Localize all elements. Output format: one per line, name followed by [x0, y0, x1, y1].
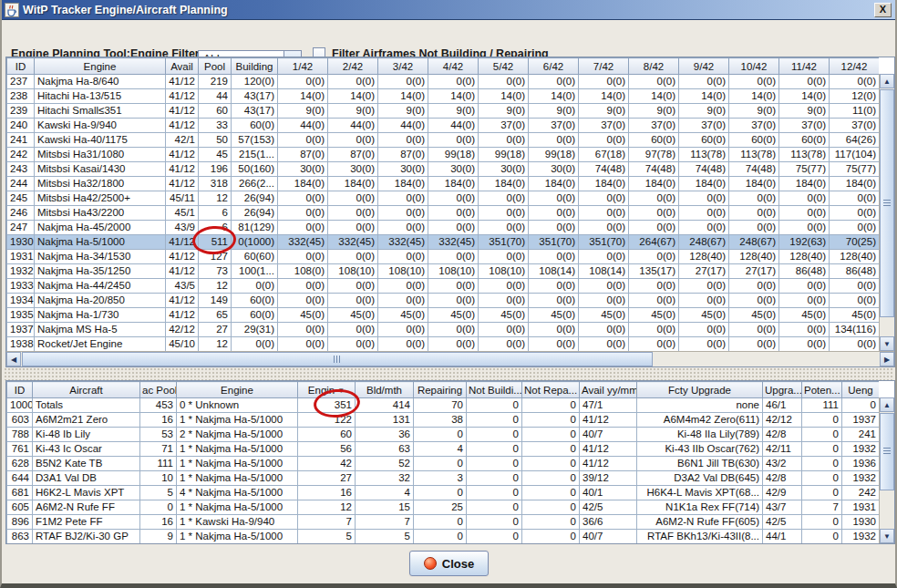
cell: 0	[802, 442, 842, 457]
cell: 45(0)	[629, 308, 679, 323]
engine-hscroll-thumb[interactable]	[22, 352, 653, 366]
column-header-engin[interactable]: Engin▼	[298, 382, 356, 398]
column-header-7-42[interactable]: 7/42	[579, 58, 629, 75]
cell: 0(0)	[579, 75, 629, 89]
table-row-605[interactable]: 605A6M2-N Rufe FF01 * Nakjma Ha-5/100012…	[7, 500, 880, 515]
column-header-9-42[interactable]: 9/42	[679, 58, 729, 75]
cell: D3A2 Val DB(645)	[637, 471, 763, 486]
cell: 0	[522, 442, 580, 457]
column-header-8-42[interactable]: 8/42	[629, 58, 679, 75]
column-header-id[interactable]: ID	[7, 382, 33, 398]
column-header-3-42[interactable]: 3/42	[378, 58, 428, 75]
cell: Totals	[33, 398, 140, 413]
cell: 239	[7, 104, 35, 119]
table-row-1933[interactable]: 1933Nakjma Ha-44/245043/5120(0)0(0)0(0)0…	[7, 279, 880, 294]
cell: 45(0)	[579, 308, 629, 323]
table-row-1937[interactable]: 1937Nakjma MS Ha-542/122729(31)0(0)0(0)0…	[7, 323, 880, 337]
cell: A6M2-N Rufe FF(605)	[637, 515, 763, 530]
scroll-left-icon[interactable]: ◀	[6, 352, 21, 366]
table-row-1000[interactable]: 1000Totals4530 * Unknown351414700047/1no…	[7, 398, 880, 413]
cell: 14(0)	[428, 89, 479, 104]
table-row-243[interactable]: 243Mitsbsi Kasai/143041/1219650(160)30(0…	[7, 162, 880, 177]
column-header-engine[interactable]: Engine	[177, 382, 298, 398]
column-header-2-42[interactable]: 2/42	[328, 58, 378, 75]
cell: 184(0)	[629, 177, 679, 191]
column-header-pool[interactable]: Pool	[199, 58, 232, 75]
cell: 27	[199, 323, 232, 337]
table-row-245[interactable]: 245Mitsbsi Ha42/2500+45/111226(94)0(0)0(…	[7, 191, 880, 206]
table-row-628[interactable]: 628B5N2 Kate TB1111 * Nakjma Ha-5/100042…	[7, 457, 880, 471]
table-row-761[interactable]: 761Ki-43 Ic Oscar711 * Nakjma Ha-5/10005…	[7, 442, 880, 457]
column-header-upgra[interactable]: Upgra...	[763, 382, 802, 398]
cell: 0(0)	[378, 250, 428, 264]
column-header-not-buildi[interactable]: Not Buildi...	[467, 382, 522, 398]
column-header-id[interactable]: ID	[7, 58, 35, 75]
scroll-up-icon[interactable]: ▲	[880, 74, 894, 88]
table-row-788[interactable]: 788Ki-48 Ib Lily532 * Nakjma Ha-5/100060…	[7, 428, 880, 442]
table-row-1931[interactable]: 1931Nakjma Ha-34/153041/1212760(60)0(0)0…	[7, 250, 880, 264]
table-row-1934[interactable]: 1934Nakjma Ha-20/85041/1214960(0)0(0)0(0…	[7, 294, 880, 308]
cell: 0(0)	[629, 294, 679, 308]
window-close-button[interactable]: X	[874, 3, 892, 17]
table-row-237[interactable]: 237Nakjma Ha-8/64041/12219120(0)0(0)0(0)…	[7, 75, 880, 89]
column-header-engine[interactable]: Engine	[35, 58, 166, 75]
column-header-repairing[interactable]: Repairing	[414, 382, 467, 398]
column-header-building[interactable]: Building	[232, 58, 278, 75]
cell: 0	[802, 486, 842, 500]
column-header-4-42[interactable]: 4/42	[428, 58, 479, 75]
table-row-242[interactable]: 242Mitsbsi Ha31/108041/1245215(1...87(0)…	[7, 148, 880, 162]
column-header-6-42[interactable]: 6/42	[529, 58, 579, 75]
table-row-246[interactable]: 246Mitsbsi Ha43/220045/1626(94)0(0)0(0)0…	[7, 206, 880, 221]
table-row-863[interactable]: 863RTAF BJ2/Ki-30 GP91 * Nakjma Ha-5/100…	[7, 530, 880, 544]
cell: 45(0)	[830, 308, 880, 323]
column-header-1-42[interactable]: 1/42	[278, 58, 328, 75]
table-row-244[interactable]: 244Mitsbsi Ha32/180041/12318266(2...184(…	[7, 177, 880, 191]
split-divider[interactable]	[4, 367, 893, 380]
column-header-avail[interactable]: Avail	[166, 58, 199, 75]
table-row-238[interactable]: 238Hitachi Ha-13/51541/124443(17)14(0)14…	[7, 89, 880, 104]
column-header-10-42[interactable]: 10/42	[729, 58, 779, 75]
table-row-896[interactable]: 896F1M2 Pete FF161 * Kawski Ha-9/9407700…	[7, 515, 880, 530]
cell: 108(14)	[579, 264, 629, 279]
aircraft-vscroll-thumb[interactable]	[880, 413, 894, 490]
cell: 351(70)	[579, 235, 629, 250]
column-header-not-repa[interactable]: Not Repa...	[522, 382, 580, 398]
scroll-down-icon[interactable]: ▼	[880, 529, 894, 543]
aircraft-table-vertical-scrollbar[interactable]: ▲ ▼	[879, 397, 894, 543]
table-row-1930[interactable]: 1930Nakjma Ha-5/100041/125110(1000)332(4…	[7, 235, 880, 250]
table-row-644[interactable]: 644D3A1 Val DB101 * Nakjma Ha-5/10002732…	[7, 471, 880, 486]
table-row-241[interactable]: 241Kawski Ha-40/117542/15057(153)0(0)0(0…	[7, 133, 880, 148]
cell: 12	[199, 337, 232, 352]
column-header-5-42[interactable]: 5/42	[479, 58, 529, 75]
table-row-603[interactable]: 603A6M2m21 Zero161 * Nakjma Ha-5/1000122…	[7, 413, 880, 428]
table-row-681[interactable]: 681H6K2-L Mavis XPT54 * Nakjma Ha-5/1000…	[7, 486, 880, 500]
engine-vscroll-thumb[interactable]	[880, 89, 894, 317]
column-header-fcty-upgrade[interactable]: Fcty Upgrade	[637, 382, 763, 398]
column-header-12-42[interactable]: 12/42	[830, 58, 880, 75]
engine-table-horizontal-scrollbar[interactable]: ◀ ▶	[6, 351, 894, 366]
engine-table-vertical-scrollbar[interactable]: ▲ ▼	[879, 74, 894, 351]
column-header-bld-mth[interactable]: Bld/mth	[356, 382, 414, 398]
column-header-poten[interactable]: Poten...	[802, 382, 842, 398]
close-button[interactable]: Close	[409, 551, 489, 576]
cell: 44	[199, 89, 232, 104]
cell: 605	[7, 500, 33, 515]
table-row-1932[interactable]: 1932Nakjma Ha-35/125041/1273100(1...108(…	[7, 264, 880, 279]
column-header-aircraft[interactable]: Aircraft	[33, 382, 140, 398]
table-row-1935[interactable]: 1935Nakjma Ha-1/73041/126560(0)45(0)45(0…	[7, 308, 880, 323]
cell: 52	[356, 457, 414, 471]
cell: Ki-43 IIb Oscar(762)	[637, 442, 763, 457]
scroll-down-icon[interactable]: ▼	[880, 336, 894, 351]
table-row-1938[interactable]: 1938Rocket/Jet Engine45/10120(0)0(0)0(0)…	[7, 337, 880, 352]
column-header-ueng[interactable]: Ueng	[842, 382, 880, 398]
column-header-11-42[interactable]: 11/42	[779, 58, 830, 75]
table-row-239[interactable]: 239Hitachi Small≤35141/126043(17)9(0)9(0…	[7, 104, 880, 119]
table-row-240[interactable]: 240Kawski Ha-9/94041/123360(0)44(0)44(0)…	[7, 119, 880, 133]
cell: 44(0)	[428, 119, 479, 133]
column-header-avail-yy-mm[interactable]: Avail yy/mm	[580, 382, 637, 398]
column-header-ac-pool[interactable]: ac Pool	[140, 382, 177, 398]
cell: 5	[140, 486, 177, 500]
scroll-right-icon[interactable]: ▶	[880, 352, 894, 366]
table-row-247[interactable]: 247Nakjma Ha-45/200043/9681(129)0(0)0(0)…	[7, 221, 880, 235]
scroll-up-icon[interactable]: ▲	[880, 397, 894, 412]
